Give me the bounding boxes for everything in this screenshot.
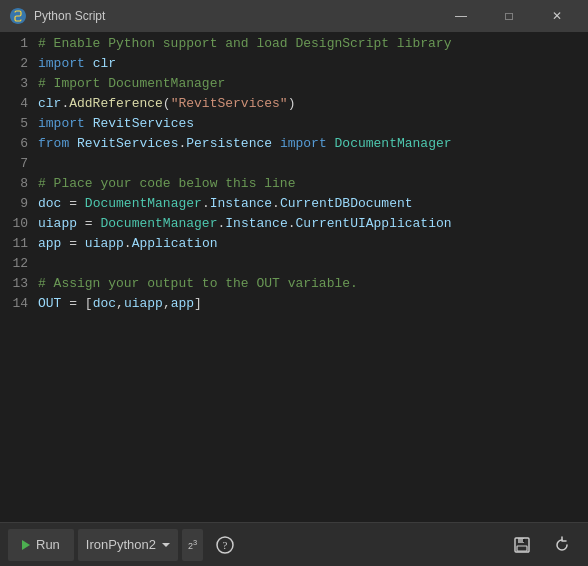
code-line-9: 9 doc = DocumentManager.Instance.Current… [0, 196, 588, 216]
line-number: 3 [4, 76, 28, 91]
code-line-3: 3 # Import DocumentManager [0, 76, 588, 96]
titlebar: Python Script — □ ✕ [0, 0, 588, 32]
svg-text:?: ? [223, 539, 228, 551]
code-content: # Assign your output to the OUT variable… [38, 276, 358, 291]
minimize-button[interactable]: — [438, 0, 484, 32]
line-number: 9 [4, 196, 28, 211]
engine-selector[interactable]: IronPython2 [78, 529, 178, 561]
code-line-13: 13 # Assign your output to the OUT varia… [0, 276, 588, 296]
maximize-button[interactable]: □ [486, 0, 532, 32]
code-line-6: 6 from RevitServices.Persistence import … [0, 136, 588, 156]
code-content: # Import DocumentManager [38, 76, 225, 91]
code-content: doc = DocumentManager.Instance.CurrentDB… [38, 196, 413, 211]
save-button[interactable] [504, 529, 540, 561]
line-number: 11 [4, 236, 28, 251]
titlebar-title: Python Script [34, 9, 438, 23]
code-line-11: 11 app = uiapp.Application [0, 236, 588, 256]
code-line-4: 4 clr.AddReference("RevitServices") [0, 96, 588, 116]
code-content: import RevitServices [38, 116, 194, 131]
line-number: 6 [4, 136, 28, 151]
code-editor[interactable]: 1 # Enable Python support and load Desig… [0, 32, 588, 522]
code-content: import clr [38, 56, 116, 71]
line-number: 4 [4, 96, 28, 111]
line-number: 2 [4, 56, 28, 71]
svg-rect-4 [517, 546, 527, 551]
engine-label: IronPython2 [86, 537, 156, 552]
line-number: 14 [4, 296, 28, 311]
code-line-2: 2 import clr [0, 56, 588, 76]
code-content: uiapp = DocumentManager.Instance.Current… [38, 216, 452, 231]
run-icon [22, 540, 30, 550]
line-number: 1 [4, 36, 28, 51]
app-icon [8, 6, 28, 26]
code-line-14: 14 OUT = [doc,uiapp,app] [0, 296, 588, 316]
line-number: 13 [4, 276, 28, 291]
code-content [38, 156, 46, 171]
titlebar-buttons: — □ ✕ [438, 0, 580, 32]
code-content [38, 256, 46, 271]
code-content: # Enable Python support and load DesignS… [38, 36, 451, 51]
run-button[interactable]: Run [8, 529, 74, 561]
code-line-8: 8 # Place your code below this line [0, 176, 588, 196]
counter-value: 23 [188, 538, 197, 551]
line-number: 5 [4, 116, 28, 131]
help-button[interactable]: ? [207, 529, 243, 561]
line-number: 12 [4, 256, 28, 271]
code-line-12: 12 [0, 256, 588, 276]
code-content: OUT = [doc,uiapp,app] [38, 296, 202, 311]
run-label: Run [36, 537, 60, 552]
line-number: 8 [4, 176, 28, 191]
code-line-1: 1 # Enable Python support and load Desig… [0, 36, 588, 56]
svg-rect-5 [523, 539, 525, 542]
counter-badge: 23 [182, 529, 203, 561]
code-line-7: 7 [0, 156, 588, 176]
reset-button[interactable] [544, 529, 580, 561]
bottom-toolbar: Run IronPython2 23 ? [0, 522, 588, 566]
code-line-10: 10 uiapp = DocumentManager.Instance.Curr… [0, 216, 588, 236]
chevron-down-icon [162, 543, 170, 547]
close-button[interactable]: ✕ [534, 0, 580, 32]
code-content: from RevitServices.Persistence import Do… [38, 136, 452, 151]
line-number: 10 [4, 216, 28, 231]
code-line-5: 5 import RevitServices [0, 116, 588, 136]
code-content: app = uiapp.Application [38, 236, 218, 251]
code-content: clr.AddReference("RevitServices") [38, 96, 296, 111]
code-content: # Place your code below this line [38, 176, 295, 191]
line-number: 7 [4, 156, 28, 171]
